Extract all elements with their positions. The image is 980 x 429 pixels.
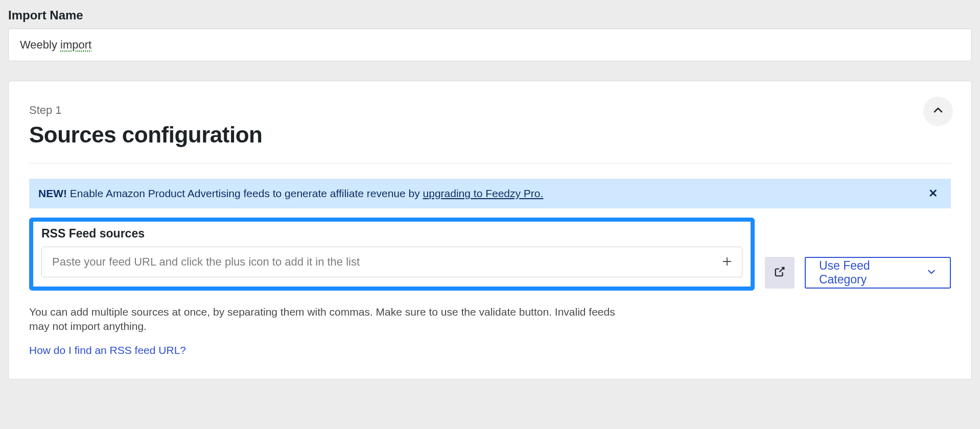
external-link-icon xyxy=(774,266,785,279)
use-feed-category-label: Use Feed Category xyxy=(819,259,920,287)
chevron-up-icon xyxy=(932,104,944,118)
chevron-down-icon xyxy=(926,266,937,280)
notice-body: Enable Amazon Product Advertising feeds … xyxy=(70,187,423,199)
close-icon[interactable]: ✕ xyxy=(924,185,942,202)
step-tag: Step 1 xyxy=(29,104,951,117)
collapse-toggle[interactable] xyxy=(923,97,953,126)
rss-sources-label: RSS Feed sources xyxy=(41,227,742,241)
help-text: You can add multiple sources at once, by… xyxy=(29,305,622,334)
upgrade-link[interactable]: upgrading to Feedzy Pro. xyxy=(423,187,544,199)
import-name-value-prefix: Weebly xyxy=(20,38,60,51)
step-title: Sources configuration xyxy=(29,122,951,148)
import-name-value-suffix: import xyxy=(60,38,91,51)
feed-url-input[interactable] xyxy=(42,247,712,277)
add-feed-button[interactable] xyxy=(712,247,742,277)
step-panel: Step 1 Sources configuration NEW! Enable… xyxy=(8,81,972,379)
validate-feed-button[interactable] xyxy=(765,257,795,289)
import-name-input[interactable]: Weebly import xyxy=(8,29,972,61)
use-feed-category-button[interactable]: Use Feed Category xyxy=(805,257,951,289)
notice-prefix: NEW! xyxy=(38,187,70,199)
sources-row: RSS Feed sources Use Feed Category xyxy=(29,218,951,298)
notice-text: NEW! Enable Amazon Product Advertising f… xyxy=(38,187,543,200)
rss-help-link[interactable]: How do I find an RSS feed URL? xyxy=(29,344,186,356)
notice-banner: NEW! Enable Amazon Product Advertising f… xyxy=(29,179,951,208)
rss-sources-highlight: RSS Feed sources xyxy=(29,218,755,291)
divider xyxy=(29,163,951,163)
feed-input-row xyxy=(41,247,742,277)
import-name-label: Import Name xyxy=(8,8,972,22)
plus-icon xyxy=(721,253,733,271)
